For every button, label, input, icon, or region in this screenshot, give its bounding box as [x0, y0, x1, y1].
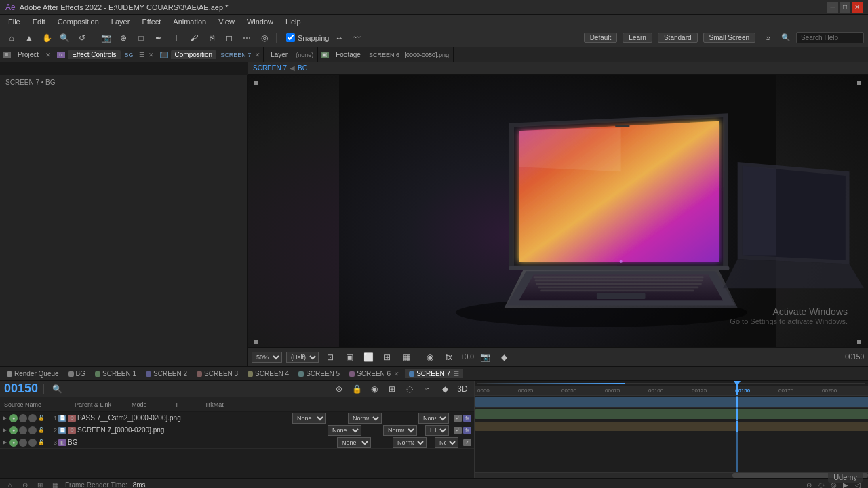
snapping-control[interactable]: Snapping: [286, 33, 330, 42]
graph-editor-button[interactable]: ≈: [420, 382, 435, 396]
restore-button[interactable]: □: [840, 2, 850, 13]
menu-help[interactable]: Help: [280, 17, 307, 26]
menu-layer[interactable]: Layer: [106, 17, 136, 26]
transport-button-1[interactable]: ⊙: [804, 481, 814, 489]
search-help-input[interactable]: [796, 32, 864, 43]
menu-window[interactable]: Window: [241, 17, 279, 26]
layer2-expand[interactable]: ▶: [3, 427, 8, 433]
workspace-small-button[interactable]: Small Screen: [703, 33, 755, 43]
layer1-solo[interactable]: [28, 414, 37, 422]
workspace-standard-button[interactable]: Standard: [658, 33, 698, 43]
title-bar-controls[interactable]: ─ □ ✕: [827, 2, 863, 13]
hand-tool-button[interactable]: ✋: [39, 31, 54, 45]
safe-zones-button[interactable]: ⬜: [361, 350, 376, 364]
tab-screen7-menu[interactable]: ☰: [454, 371, 459, 378]
grid-button[interactable]: ⊞: [380, 350, 395, 364]
menu-effect[interactable]: Effect: [136, 17, 166, 26]
puppet-tool-button[interactable]: ⋯: [239, 31, 254, 45]
layer3-t-select[interactable]: None: [435, 437, 458, 448]
layer2-t-select[interactable]: L.Inv: [425, 425, 449, 436]
timeline-scrollbar[interactable]: [475, 472, 868, 478]
effect-controls-tab[interactable]: Effect Controls: [68, 50, 120, 59]
fit-view-button[interactable]: ⊡: [323, 350, 338, 364]
solo-mode-button[interactable]: ⊙: [332, 382, 347, 396]
composition-panel-close[interactable]: ✕: [255, 52, 260, 58]
tab-screen7[interactable]: SCREEN 7 ☰: [405, 369, 463, 378]
layer1-mode-select[interactable]: Norma: [348, 413, 382, 424]
status-opengl-button[interactable]: ⊞: [35, 481, 45, 489]
status-home-button[interactable]: ⌂: [5, 481, 15, 489]
effect-controls-panel-close[interactable]: ✕: [149, 52, 154, 58]
layer2-mode-select[interactable]: Norma: [383, 425, 417, 436]
snapshot-button[interactable]: ◆: [497, 350, 512, 364]
text-tool-button[interactable]: T: [169, 31, 184, 45]
roto-tool-button[interactable]: ◎: [257, 31, 272, 45]
layer2-parent-select[interactable]: None: [328, 425, 361, 436]
draft-3d-button[interactable]: 3D: [455, 382, 470, 396]
transport-button-2[interactable]: ◌: [816, 481, 826, 489]
layer-row-1[interactable]: ▶ ● 🔓 1 📄 ⚙ PASS 7__Cstm2_[0000-0200].pn…: [0, 412, 474, 424]
layer-tab[interactable]: Layer: [267, 50, 292, 59]
layer3-solo[interactable]: [28, 439, 37, 447]
composition-tab[interactable]: Composition: [171, 50, 217, 59]
timeline-ruler[interactable]: 0000 00025 00050 00075 00100 00125 00150…: [475, 381, 868, 396]
guides-button[interactable]: ▦: [399, 350, 414, 364]
layer-row-3[interactable]: ▶ ● 🔓 3 ◧ BG None: [0, 436, 474, 449]
layer1-fx-icon2[interactable]: fx: [463, 415, 471, 422]
brush-tool-button[interactable]: 🖌: [186, 31, 201, 45]
layer1-visibility[interactable]: ●: [9, 414, 18, 422]
zoom-select[interactable]: 50%: [252, 352, 282, 363]
tab-screen2[interactable]: SCREEN 2: [142, 369, 191, 378]
tab-screen5[interactable]: SCREEN 5: [294, 369, 344, 378]
shape-tool-button[interactable]: □: [134, 31, 149, 45]
layer3-lock[interactable]: 🔓: [38, 439, 45, 446]
tab-bg[interactable]: BG: [64, 369, 90, 378]
hide-shy-button[interactable]: ◉: [367, 382, 382, 396]
layer3-fx-icon1[interactable]: ✓: [463, 439, 471, 446]
footage-tab[interactable]: Footage: [332, 50, 365, 59]
motion-blur-toggle[interactable]: ◉: [422, 350, 437, 364]
project-tab[interactable]: Project: [14, 50, 43, 59]
motion-sketch-button[interactable]: 〰: [350, 31, 365, 45]
layer2-visibility[interactable]: ●: [9, 426, 18, 434]
layer1-lock[interactable]: 🔓: [38, 415, 45, 422]
add-marker-button[interactable]: ◆: [437, 382, 452, 396]
zoom-tool-button[interactable]: 🔍: [57, 31, 72, 45]
effects-toggle[interactable]: fx: [441, 350, 456, 364]
workspace-learn-button[interactable]: Learn: [623, 33, 652, 43]
layer3-mode-select[interactable]: Norma: [393, 437, 427, 448]
layer2-fx-icon2[interactable]: fx: [463, 427, 471, 434]
project-panel-close[interactable]: ✕: [45, 52, 51, 58]
layer3-parent-select[interactable]: None: [337, 437, 371, 448]
enable-frame-blend-button[interactable]: ⊞: [384, 382, 399, 396]
quality-select[interactable]: (Half): [286, 352, 319, 363]
layer1-expand[interactable]: ▶: [3, 415, 8, 421]
status-renderer-button[interactable]: ⊙: [20, 481, 30, 489]
layer2-audio[interactable]: [19, 426, 27, 434]
layer2-lock[interactable]: 🔓: [38, 427, 45, 434]
rotate-tool-button[interactable]: ↺: [75, 31, 90, 45]
status-memory-button[interactable]: ▦: [50, 481, 60, 489]
home-tool-button[interactable]: ⌂: [4, 31, 19, 45]
composition-viewer[interactable]: Activate Windows Go to Settings to activ…: [248, 75, 868, 366]
close-button[interactable]: ✕: [852, 2, 863, 13]
anchor-tool-button[interactable]: ⊕: [116, 31, 131, 45]
align-expand-button[interactable]: ↔: [332, 31, 347, 45]
menu-animation[interactable]: Animation: [167, 17, 212, 26]
tab-screen4[interactable]: SCREEN 4: [243, 369, 293, 378]
snapping-checkbox[interactable]: [286, 33, 295, 42]
layer1-trkmat-select[interactable]: None: [418, 413, 449, 424]
tab-screen6[interactable]: SCREEN 6 ✕: [345, 369, 403, 378]
layer3-visibility[interactable]: ●: [9, 439, 18, 447]
composition-tab-name[interactable]: SCREEN 7: [219, 52, 252, 58]
menu-file[interactable]: File: [3, 17, 26, 26]
layer1-fx-icon1[interactable]: ✓: [454, 415, 462, 422]
menu-edit[interactable]: Edit: [27, 17, 51, 26]
select-tool-button[interactable]: ▲: [22, 31, 37, 45]
breadcrumb-comp[interactable]: SCREEN 7: [253, 64, 287, 72]
current-time-display[interactable]: 00150: [4, 382, 38, 396]
layer1-parent-select[interactable]: None: [292, 413, 326, 424]
layer-row-2[interactable]: ▶ ● 🔓 2 📄 ⚙ SCREEN 7_[0000-0200].png Non…: [0, 424, 474, 436]
layer2-solo[interactable]: [28, 426, 37, 434]
layer2-fx-icon1[interactable]: ✓: [454, 427, 462, 434]
